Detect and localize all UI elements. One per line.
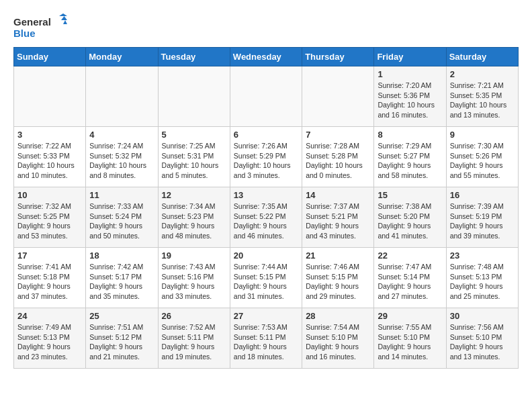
header-saturday: Saturday bbox=[446, 48, 518, 66]
header-thursday: Thursday bbox=[302, 48, 374, 66]
calendar-cell: 1Sunrise: 7:20 AM Sunset: 5:36 PM Daylig… bbox=[374, 66, 446, 127]
day-number: 2 bbox=[450, 69, 515, 79]
day-info: Sunrise: 7:56 AM Sunset: 5:10 PM Dayligh… bbox=[450, 322, 515, 362]
svg-text:Blue: Blue bbox=[13, 28, 36, 39]
calendar-cell: 20Sunrise: 7:44 AM Sunset: 5:15 PM Dayli… bbox=[230, 248, 302, 308]
day-info: Sunrise: 7:35 AM Sunset: 5:22 PM Dayligh… bbox=[234, 201, 298, 241]
day-info: Sunrise: 7:33 AM Sunset: 5:24 PM Dayligh… bbox=[89, 201, 154, 241]
day-number: 13 bbox=[234, 190, 298, 200]
calendar-cell: 10Sunrise: 7:32 AM Sunset: 5:25 PM Dayli… bbox=[14, 187, 86, 248]
calendar-week-row: 1Sunrise: 7:20 AM Sunset: 5:36 PM Daylig… bbox=[14, 66, 519, 127]
day-number: 1 bbox=[378, 69, 442, 79]
calendar-cell: 19Sunrise: 7:43 AM Sunset: 5:16 PM Dayli… bbox=[158, 248, 230, 308]
calendar-cell: 25Sunrise: 7:51 AM Sunset: 5:12 PM Dayli… bbox=[86, 308, 158, 369]
day-info: Sunrise: 7:52 AM Sunset: 5:11 PM Dayligh… bbox=[162, 322, 226, 362]
day-number: 16 bbox=[450, 190, 515, 200]
calendar-cell bbox=[230, 66, 302, 127]
calendar-cell: 17Sunrise: 7:41 AM Sunset: 5:18 PM Dayli… bbox=[14, 248, 86, 308]
calendar-week-row: 17Sunrise: 7:41 AM Sunset: 5:18 PM Dayli… bbox=[14, 248, 519, 308]
calendar-header-row: SundayMondayTuesdayWednesdayThursdayFrid… bbox=[14, 48, 519, 66]
day-number: 25 bbox=[89, 311, 154, 321]
calendar-cell: 23Sunrise: 7:48 AM Sunset: 5:13 PM Dayli… bbox=[446, 248, 518, 308]
calendar-cell: 21Sunrise: 7:46 AM Sunset: 5:15 PM Dayli… bbox=[302, 248, 374, 308]
day-info: Sunrise: 7:26 AM Sunset: 5:29 PM Dayligh… bbox=[234, 141, 298, 181]
day-number: 7 bbox=[306, 130, 370, 140]
day-info: Sunrise: 7:48 AM Sunset: 5:13 PM Dayligh… bbox=[450, 262, 515, 302]
day-number: 23 bbox=[450, 250, 515, 261]
day-info: Sunrise: 7:46 AM Sunset: 5:15 PM Dayligh… bbox=[306, 262, 370, 302]
calendar-cell: 8Sunrise: 7:29 AM Sunset: 5:27 PM Daylig… bbox=[374, 127, 446, 187]
day-info: Sunrise: 7:25 AM Sunset: 5:31 PM Dayligh… bbox=[162, 141, 226, 181]
day-number: 19 bbox=[162, 250, 226, 261]
day-number: 18 bbox=[89, 250, 154, 261]
day-number: 24 bbox=[17, 311, 82, 321]
calendar-cell: 29Sunrise: 7:55 AM Sunset: 5:10 PM Dayli… bbox=[374, 308, 446, 369]
day-info: Sunrise: 7:39 AM Sunset: 5:19 PM Dayligh… bbox=[450, 201, 515, 241]
day-info: Sunrise: 7:49 AM Sunset: 5:13 PM Dayligh… bbox=[17, 322, 82, 362]
header-wednesday: Wednesday bbox=[230, 48, 302, 66]
day-number: 28 bbox=[306, 311, 370, 321]
calendar-cell: 4Sunrise: 7:24 AM Sunset: 5:32 PM Daylig… bbox=[86, 127, 158, 187]
day-number: 9 bbox=[450, 130, 515, 140]
calendar-cell bbox=[14, 66, 86, 127]
day-info: Sunrise: 7:30 AM Sunset: 5:26 PM Dayligh… bbox=[450, 141, 515, 181]
calendar-cell: 15Sunrise: 7:38 AM Sunset: 5:20 PM Dayli… bbox=[374, 187, 446, 248]
page-header: GeneralBlue bbox=[13, 13, 519, 40]
day-info: Sunrise: 7:38 AM Sunset: 5:20 PM Dayligh… bbox=[378, 201, 442, 241]
header-monday: Monday bbox=[86, 48, 158, 66]
day-number: 5 bbox=[162, 130, 226, 140]
day-number: 20 bbox=[234, 250, 298, 261]
calendar-cell bbox=[86, 66, 158, 127]
day-info: Sunrise: 7:37 AM Sunset: 5:21 PM Dayligh… bbox=[306, 201, 370, 241]
calendar-cell: 9Sunrise: 7:30 AM Sunset: 5:26 PM Daylig… bbox=[446, 127, 518, 187]
svg-marker-4 bbox=[63, 20, 67, 24]
day-info: Sunrise: 7:20 AM Sunset: 5:36 PM Dayligh… bbox=[378, 81, 442, 120]
day-number: 15 bbox=[378, 190, 442, 200]
day-number: 8 bbox=[378, 130, 442, 140]
calendar-cell: 6Sunrise: 7:26 AM Sunset: 5:29 PM Daylig… bbox=[230, 127, 302, 187]
day-info: Sunrise: 7:29 AM Sunset: 5:27 PM Dayligh… bbox=[378, 141, 442, 181]
calendar-cell: 13Sunrise: 7:35 AM Sunset: 5:22 PM Dayli… bbox=[230, 187, 302, 248]
calendar-cell: 14Sunrise: 7:37 AM Sunset: 5:21 PM Dayli… bbox=[302, 187, 374, 248]
day-info: Sunrise: 7:51 AM Sunset: 5:12 PM Dayligh… bbox=[89, 322, 154, 362]
calendar-cell: 18Sunrise: 7:42 AM Sunset: 5:17 PM Dayli… bbox=[86, 248, 158, 308]
calendar-cell: 5Sunrise: 7:25 AM Sunset: 5:31 PM Daylig… bbox=[158, 127, 230, 187]
day-number: 22 bbox=[378, 250, 442, 261]
day-number: 11 bbox=[89, 190, 154, 200]
calendar-cell: 27Sunrise: 7:53 AM Sunset: 5:11 PM Dayli… bbox=[230, 308, 302, 369]
header-sunday: Sunday bbox=[14, 48, 86, 66]
day-number: 6 bbox=[234, 130, 298, 140]
day-info: Sunrise: 7:55 AM Sunset: 5:10 PM Dayligh… bbox=[378, 322, 442, 362]
day-info: Sunrise: 7:21 AM Sunset: 5:35 PM Dayligh… bbox=[450, 81, 515, 120]
day-info: Sunrise: 7:32 AM Sunset: 5:25 PM Dayligh… bbox=[17, 201, 82, 241]
calendar-cell: 30Sunrise: 7:56 AM Sunset: 5:10 PM Dayli… bbox=[446, 308, 518, 369]
day-info: Sunrise: 7:43 AM Sunset: 5:16 PM Dayligh… bbox=[162, 262, 226, 302]
day-number: 26 bbox=[162, 311, 226, 321]
calendar-cell: 11Sunrise: 7:33 AM Sunset: 5:24 PM Dayli… bbox=[86, 187, 158, 248]
day-number: 12 bbox=[162, 190, 226, 200]
calendar-week-row: 10Sunrise: 7:32 AM Sunset: 5:25 PM Dayli… bbox=[14, 187, 519, 248]
calendar-cell: 24Sunrise: 7:49 AM Sunset: 5:13 PM Dayli… bbox=[14, 308, 86, 369]
day-info: Sunrise: 7:34 AM Sunset: 5:23 PM Dayligh… bbox=[162, 201, 226, 241]
day-info: Sunrise: 7:53 AM Sunset: 5:11 PM Dayligh… bbox=[234, 322, 298, 362]
day-info: Sunrise: 7:22 AM Sunset: 5:33 PM Dayligh… bbox=[17, 141, 82, 181]
calendar-table: SundayMondayTuesdayWednesdayThursdayFrid… bbox=[13, 47, 519, 369]
calendar-cell: 12Sunrise: 7:34 AM Sunset: 5:23 PM Dayli… bbox=[158, 187, 230, 248]
calendar-cell: 28Sunrise: 7:54 AM Sunset: 5:10 PM Dayli… bbox=[302, 308, 374, 369]
day-number: 29 bbox=[378, 311, 442, 321]
calendar-cell bbox=[302, 66, 374, 127]
calendar-cell: 16Sunrise: 7:39 AM Sunset: 5:19 PM Dayli… bbox=[446, 187, 518, 248]
day-number: 4 bbox=[89, 130, 154, 140]
day-info: Sunrise: 7:44 AM Sunset: 5:15 PM Dayligh… bbox=[234, 262, 298, 302]
calendar-week-row: 3Sunrise: 7:22 AM Sunset: 5:33 PM Daylig… bbox=[14, 127, 519, 187]
day-info: Sunrise: 7:41 AM Sunset: 5:18 PM Dayligh… bbox=[17, 262, 82, 302]
header-tuesday: Tuesday bbox=[158, 48, 230, 66]
day-info: Sunrise: 7:47 AM Sunset: 5:14 PM Dayligh… bbox=[378, 262, 442, 302]
calendar-cell: 7Sunrise: 7:28 AM Sunset: 5:28 PM Daylig… bbox=[302, 127, 374, 187]
calendar-cell bbox=[158, 66, 230, 127]
calendar-cell: 2Sunrise: 7:21 AM Sunset: 5:35 PM Daylig… bbox=[446, 66, 518, 127]
day-number: 21 bbox=[306, 250, 370, 261]
calendar-cell: 22Sunrise: 7:47 AM Sunset: 5:14 PM Dayli… bbox=[374, 248, 446, 308]
svg-text:General: General bbox=[13, 16, 51, 28]
day-number: 17 bbox=[17, 250, 82, 261]
